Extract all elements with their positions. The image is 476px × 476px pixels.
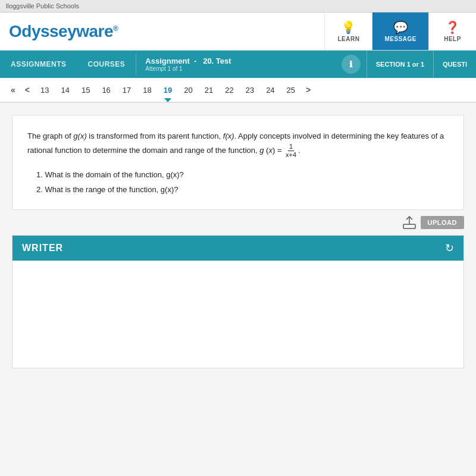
- quest-text: QUESTI: [443, 61, 467, 68]
- page-15[interactable]: 15: [76, 83, 96, 98]
- page-20[interactable]: 20: [178, 83, 198, 98]
- header-nav: 💡 LEARN 💬 MESSAGE ❓ HELP: [324, 12, 476, 50]
- content-area: The graph of g(x) is transformed from it…: [12, 115, 464, 210]
- courses-label: COURSES: [88, 60, 126, 68]
- school-name: lloggsville Public Schools: [6, 2, 79, 10]
- message-label: MESSAGE: [384, 36, 416, 42]
- writer-section: WRITER ↻: [12, 235, 464, 368]
- page-23[interactable]: 23: [240, 83, 260, 98]
- tab-assignments[interactable]: ASSIGNMENTS: [0, 51, 77, 78]
- sub-questions: 1. What is the domain of the function, g…: [36, 168, 449, 197]
- school-bar: lloggsville Public Schools: [0, 0, 476, 12]
- page-24[interactable]: 24: [260, 83, 280, 98]
- message-icon: 💬: [393, 20, 408, 35]
- question-intro: The graph of g(x) is transformed from it…: [27, 131, 444, 155]
- quest-label: QUESTI: [434, 51, 476, 78]
- main-content: The graph of g(x) is transformed from it…: [0, 103, 476, 476]
- page-19[interactable]: 19: [158, 83, 178, 98]
- page-25[interactable]: 25: [281, 83, 301, 98]
- prev-double-btn[interactable]: «: [6, 82, 20, 98]
- logo: Odysseyware®: [9, 22, 118, 40]
- section-label: SECTION 1 or 1: [367, 51, 434, 78]
- tab-courses[interactable]: COURSES: [77, 51, 136, 78]
- header: Odysseyware® 💡 LEARN 💬 MESSAGE ❓ HELP: [0, 12, 476, 51]
- writer-body[interactable]: [12, 261, 464, 368]
- screen: lloggsville Public Schools Odysseyware® …: [0, 0, 476, 476]
- nav-help[interactable]: ❓ HELP: [428, 12, 476, 50]
- learn-label: LEARN: [338, 36, 360, 42]
- help-icon: ❓: [445, 20, 460, 35]
- upload-icon-btn[interactable]: [403, 216, 416, 229]
- writer-title: WRITER: [22, 243, 63, 253]
- help-label: HELP: [444, 36, 461, 42]
- writer-header: WRITER ↻: [12, 236, 464, 261]
- logo-reg: ®: [113, 24, 118, 32]
- next-btn[interactable]: >: [301, 82, 315, 98]
- nav-learn[interactable]: 💡 LEARN: [324, 12, 372, 50]
- assignment-label-text: Assignment: [145, 57, 189, 65]
- attempt-label: Attempt 1 of 1: [145, 65, 326, 72]
- question-text: The graph of g(x) is transformed from it…: [27, 130, 449, 159]
- page-16[interactable]: 16: [96, 83, 116, 98]
- assignment-title: Assignment - 20. Test: [145, 57, 326, 65]
- page-18[interactable]: 18: [137, 83, 157, 98]
- assignment-bar: ASSIGNMENTS COURSES Assignment - 20. Tes…: [0, 51, 476, 78]
- logo-area: Odysseyware®: [0, 16, 324, 47]
- nav-tabs: ASSIGNMENTS COURSES: [0, 51, 136, 78]
- prev-btn[interactable]: <: [20, 82, 35, 98]
- learn-icon: 💡: [341, 20, 356, 35]
- upload-button[interactable]: UPLOAD: [421, 216, 464, 229]
- upload-area: UPLOAD: [12, 216, 464, 229]
- page-21[interactable]: 21: [199, 83, 219, 98]
- svg-rect-0: [403, 224, 415, 228]
- sub-question-2: 2. What is the range of the function, g(…: [36, 183, 449, 198]
- page-17[interactable]: 17: [117, 83, 137, 98]
- writer-refresh-icon[interactable]: ↻: [445, 242, 454, 255]
- logo-text: Odysseyware: [9, 22, 113, 40]
- assignments-label: ASSIGNMENTS: [11, 60, 67, 68]
- assignment-name: 20. Test: [203, 57, 231, 65]
- assignment-title-area: Assignment - 20. Test Attempt 1 of 1: [136, 54, 335, 74]
- pagination-bar: « < 13 14 15 16 17 18 19 20 21 22 23 24 …: [0, 78, 476, 103]
- page-22[interactable]: 22: [219, 83, 239, 98]
- section-text: SECTION 1 or 1: [376, 61, 424, 68]
- sub-question-1: 1. What is the domain of the function, g…: [36, 168, 449, 183]
- page-13[interactable]: 13: [35, 83, 55, 98]
- page-14[interactable]: 14: [55, 83, 75, 98]
- nav-message[interactable]: 💬 MESSAGE: [372, 12, 428, 50]
- info-button[interactable]: ℹ: [342, 55, 361, 74]
